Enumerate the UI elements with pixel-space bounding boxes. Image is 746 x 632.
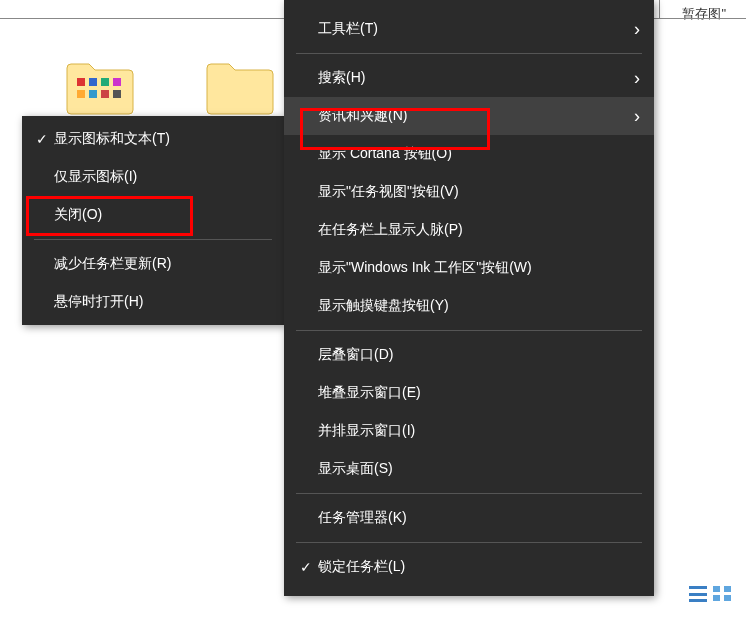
svg-rect-5 [89,90,97,98]
menu-item-label: 显示桌面(S) [318,460,622,478]
menu-item-label: 锁定任务栏(L) [318,558,622,576]
menu-item[interactable]: 悬停时打开(H) [22,283,284,321]
menu-item-label: 并排显示窗口(I) [318,422,622,440]
menu-item[interactable]: 并排显示窗口(I) [284,412,654,450]
menu-item[interactable]: 关闭(O) [22,196,284,234]
menu-item[interactable]: 显示"Windows Ink 工作区"按钮(W) [284,249,654,287]
menu-separator [34,239,272,240]
menu-item-label: 搜索(H) [318,69,622,87]
svg-rect-4 [77,90,85,98]
taskbar-context-menu: 工具栏(T)›搜索(H)›资讯和兴趣(N)›显示 Cortana 按钮(O)显示… [284,0,654,596]
menu-item-label: 任务管理器(K) [318,509,622,527]
menu-item-label: 减少任务栏更新(R) [54,255,270,273]
menu-item-label: 资讯和兴趣(N) [318,107,622,125]
top-label: 暂存图" [682,5,726,23]
menu-item-label: 仅显示图标(I) [54,168,270,186]
menu-separator [296,542,642,543]
menu-item[interactable]: 在任务栏上显示人脉(P) [284,211,654,249]
menu-item[interactable]: 资讯和兴趣(N)› [284,97,654,135]
view-mode-icons [689,586,731,602]
menu-item-label: 工具栏(T) [318,20,622,38]
menu-item-label: 显示"Windows Ink 工作区"按钮(W) [318,259,622,277]
svg-rect-2 [101,78,109,86]
menu-item-label: 显示触摸键盘按钮(Y) [318,297,622,315]
svg-rect-0 [77,78,85,86]
svg-rect-1 [89,78,97,86]
menu-item[interactable]: 任务管理器(K) [284,499,654,537]
menu-item-label: 关闭(O) [54,206,270,224]
window-border [659,0,660,18]
menu-item[interactable]: 减少任务栏更新(R) [22,245,284,283]
menu-item[interactable]: 显示桌面(S) [284,450,654,488]
menu-item[interactable]: 搜索(H)› [284,59,654,97]
menu-item-label: 层叠窗口(D) [318,346,622,364]
desktop-area: 暂存图" ✓显示图标和文本(T)仅显示图标(I) [0,0,746,632]
chevron-right-icon: › [622,68,640,89]
menu-item[interactable]: 仅显示图标(I) [22,158,284,196]
menu-item[interactable]: ✓显示图标和文本(T) [22,120,284,158]
menu-item-label: 在任务栏上显示人脉(P) [318,221,622,239]
list-view-icon[interactable] [689,586,707,602]
svg-rect-6 [101,90,109,98]
grid-view-icon[interactable] [713,586,731,602]
menu-separator [296,53,642,54]
check-icon: ✓ [294,559,318,575]
menu-item[interactable]: 工具栏(T)› [284,10,654,48]
folder-icon-1[interactable] [60,60,140,115]
menu-item-label: 显示 Cortana 按钮(O) [318,145,622,163]
menu-item-label: 悬停时打开(H) [54,293,270,311]
menu-item-label: 显示图标和文本(T) [54,130,270,148]
folder-icon-2[interactable] [200,60,280,115]
submenu-news-interests: ✓显示图标和文本(T)仅显示图标(I)关闭(O) 减少任务栏更新(R)悬停时打开… [22,116,284,325]
menu-item[interactable]: 显示触摸键盘按钮(Y) [284,287,654,325]
chevron-right-icon: › [622,19,640,40]
chevron-right-icon: › [622,106,640,127]
svg-rect-3 [113,78,121,86]
menu-item-label: 堆叠显示窗口(E) [318,384,622,402]
menu-item[interactable]: 堆叠显示窗口(E) [284,374,654,412]
menu-separator [296,330,642,331]
svg-rect-7 [113,90,121,98]
menu-item[interactable]: 显示"任务视图"按钮(V) [284,173,654,211]
menu-item[interactable]: 层叠窗口(D) [284,336,654,374]
menu-separator [296,493,642,494]
menu-item[interactable]: 显示 Cortana 按钮(O) [284,135,654,173]
check-icon: ✓ [30,131,54,147]
menu-item-label: 显示"任务视图"按钮(V) [318,183,622,201]
menu-item[interactable]: ✓锁定任务栏(L) [284,548,654,586]
